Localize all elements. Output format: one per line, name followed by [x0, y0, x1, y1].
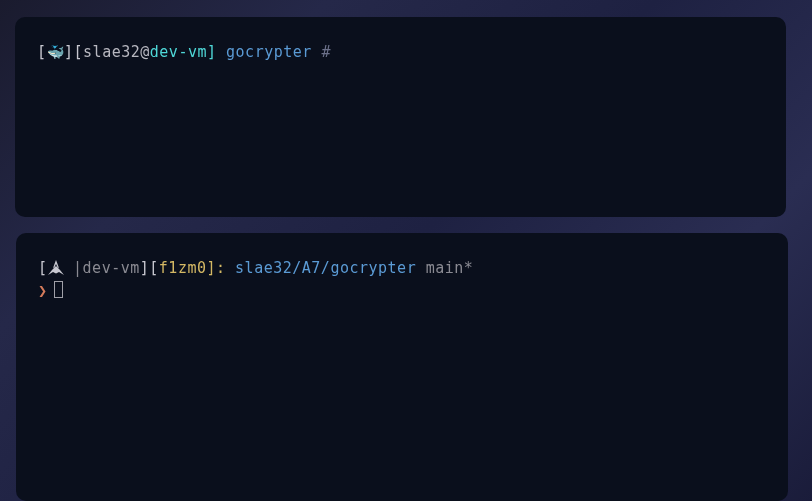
bracket-open: [ [74, 43, 84, 61]
bracket-open: [ [149, 259, 159, 277]
at-symbol: @ [140, 43, 150, 61]
user-name: slae32 [83, 43, 140, 61]
prompt-line-docker: [🐳][slae32@dev-vm] gocrypter # [37, 41, 764, 64]
hostname: dev-vm [83, 259, 140, 277]
bracket-open: [ [38, 259, 48, 277]
separator-pipe: | [73, 259, 83, 277]
bracket-open: [ [37, 43, 47, 61]
prompt-hash: # [321, 43, 331, 61]
git-dirty-indicator: * [464, 259, 474, 277]
terminal-pane-host[interactable]: [ |dev-vm][f1zm0]: slae32/A7/gocrypter m… [16, 233, 788, 501]
colon: : [216, 259, 226, 277]
bracket-close: ] [207, 259, 217, 277]
terminal-pane-docker[interactable]: [🐳][slae32@dev-vm] gocrypter # [15, 17, 786, 217]
bracket-close: ] [140, 259, 150, 277]
prompt-input-line[interactable]: ❯ [38, 280, 766, 303]
prompt-line-host: [ |dev-vm][f1zm0]: slae32/A7/gocrypter m… [38, 257, 766, 280]
current-dir: gocrypter [226, 43, 312, 61]
git-branch: main [426, 259, 464, 277]
whale-icon: 🐳 [47, 42, 65, 63]
arch-icon [48, 257, 64, 280]
bracket-close: ] [207, 43, 217, 61]
prompt-arrow: ❯ [38, 282, 48, 300]
current-path: slae32/A7/gocrypter [235, 259, 416, 277]
user-name: f1zm0 [159, 259, 207, 277]
bracket-close: ] [64, 43, 74, 61]
cursor [54, 281, 63, 298]
hostname: dev-vm [150, 43, 207, 61]
